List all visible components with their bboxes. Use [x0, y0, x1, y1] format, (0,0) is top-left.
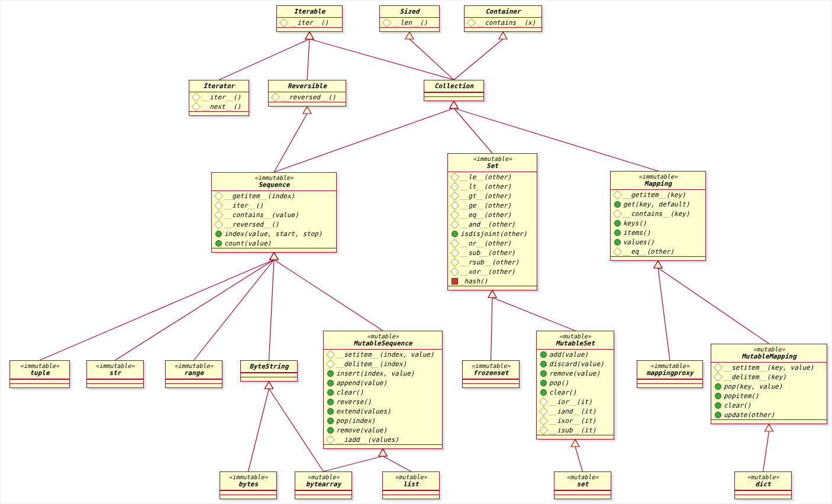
inheritance-arrowhead-icon	[270, 253, 278, 260]
method-label: __eq__(other)	[460, 211, 511, 219]
abstract-method-icon	[450, 192, 460, 201]
concrete-method-icon	[715, 412, 721, 418]
method-row: count(value)	[212, 238, 336, 248]
method-label: popitem()	[724, 392, 759, 400]
inheritance-arrowhead-icon	[654, 261, 662, 268]
method-row: __ge__(other)	[448, 201, 537, 210]
inheritance-arrowhead-icon	[305, 32, 314, 39]
method-row: __iand__(it)	[537, 406, 614, 416]
class-header: «immutable»Sequence	[212, 173, 336, 191]
method-label: discard(value)	[549, 360, 604, 368]
inheritance-edge	[454, 108, 492, 153]
class-range: «immutable»range	[165, 360, 222, 388]
method-row: __reversed__()	[269, 92, 346, 102]
method-row: insert(index, value)	[324, 369, 442, 378]
concrete-method-icon	[327, 380, 334, 386]
inheritance-arrowhead-icon	[379, 449, 387, 456]
method-row: isdisjoint(other)	[448, 229, 537, 238]
stereotype-label: «immutable»	[215, 175, 333, 181]
method-row: __setitem__(index, value)	[324, 350, 442, 359]
method-label: __next__()	[202, 103, 241, 111]
class-name: mappingproxy	[646, 369, 693, 377]
abstract-method-icon	[192, 102, 201, 112]
abstract-method-icon	[613, 209, 623, 219]
class-header: «mutable»MutableMapping	[711, 344, 827, 363]
class-name: bytearray	[306, 480, 341, 488]
class-header: ByteString	[241, 361, 297, 373]
class-name: Collection	[434, 82, 473, 90]
method-label: isdisjoint(other)	[460, 230, 527, 238]
abstract-method-icon	[539, 398, 549, 407]
concrete-method-icon	[715, 393, 721, 399]
method-row: __ior__(it)	[537, 397, 614, 406]
class-header: «mutable»dict	[735, 472, 791, 490]
class-dict: «mutable»dict	[734, 471, 792, 499]
abstract-method-icon	[214, 201, 224, 211]
abstract-method-icon	[382, 18, 392, 28]
abstract-method-icon	[714, 363, 723, 373]
abstract-method-icon	[279, 18, 289, 28]
method-row: __setitem__(key, value)	[711, 363, 827, 372]
class-header: «immutable»tuple	[10, 361, 69, 379]
stereotype-label: «mutable»	[327, 333, 438, 340]
class-name: MutableSet	[556, 340, 595, 347]
concrete-method-icon	[540, 389, 547, 396]
inheritance-arrowhead-icon	[654, 261, 662, 268]
method-row: _hash()	[448, 276, 537, 286]
class-tuple: «immutable»tuple	[9, 360, 70, 388]
concrete-method-icon	[715, 383, 721, 390]
abstract-method-icon	[326, 435, 336, 445]
method-label: __and__(other)	[460, 221, 515, 228]
class-name: Set	[486, 162, 498, 170]
concrete-method-icon	[614, 220, 621, 227]
class-name: Mapping	[644, 180, 672, 188]
abstract-method-icon	[539, 426, 549, 435]
inheritance-arrowhead-icon	[305, 32, 314, 39]
inheritance-arrowhead-icon	[265, 382, 273, 389]
method-label: pop(key, value)	[724, 383, 782, 390]
abstract-method-icon	[271, 93, 280, 102]
abstract-method-icon	[214, 211, 224, 220]
method-label: __len__()	[392, 19, 428, 27]
method-label: __setitem__(index, value)	[336, 351, 434, 358]
inheritance-edge	[274, 114, 307, 172]
class-name: bytes	[238, 480, 258, 488]
method-label: remove(value)	[549, 370, 600, 377]
abstract-method-icon	[467, 18, 476, 28]
class-Collection: Collection	[424, 80, 484, 101]
method-row: pop(index)	[324, 416, 442, 425]
concrete-method-icon	[540, 380, 547, 386]
stereotype-label: «immutable»	[466, 363, 515, 369]
abstract-method-icon	[613, 247, 623, 257]
method-row: __contains__(x)	[465, 18, 541, 27]
abstract-method-icon	[450, 201, 460, 211]
method-label: clear()	[724, 402, 751, 409]
class-header: «mutable»MutableSequence	[324, 331, 442, 350]
abstract-method-icon	[214, 220, 224, 230]
inheritance-edge	[269, 389, 324, 471]
concrete-method-icon	[614, 239, 621, 245]
class-name: tuple	[30, 369, 49, 377]
class-header: «mutable»bytearray	[295, 472, 351, 490]
method-label: __getitem__(key)	[623, 191, 686, 199]
class-header: Iterator	[189, 80, 249, 92]
abstract-method-icon	[450, 267, 460, 277]
method-row: __ixor__(it)	[537, 416, 614, 425]
abstract-method-icon	[214, 192, 224, 201]
abstract-method-icon	[450, 239, 460, 248]
method-label: __iadd__(values)	[336, 436, 399, 444]
class-header: «mutable»list	[383, 472, 439, 490]
concrete-method-icon	[327, 370, 334, 377]
inheritance-edge	[575, 447, 583, 471]
method-row: __reversed__()	[212, 219, 336, 229]
concrete-method-icon	[540, 370, 547, 377]
stereotype-label: «immutable»	[641, 363, 699, 369]
method-row: __iter__()	[189, 92, 249, 102]
class-header: Collection	[424, 80, 483, 92]
method-row: index(value, start, stop)	[212, 229, 336, 238]
method-row: remove(value)	[324, 425, 442, 435]
class-name: Container	[485, 8, 521, 15]
method-row: clear()	[711, 400, 827, 410]
class-header: «mutable»MutableSet	[537, 331, 614, 350]
method-row: pop()	[537, 378, 614, 387]
